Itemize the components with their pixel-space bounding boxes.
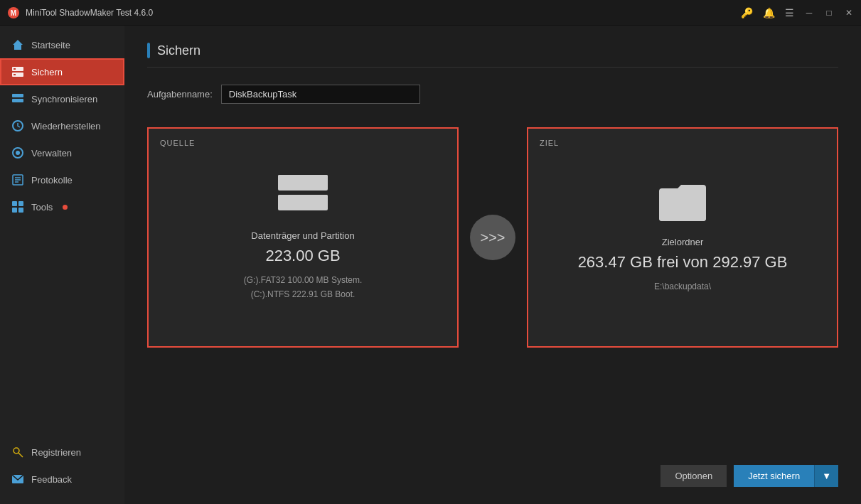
app-logo: M	[7, 6, 20, 19]
manage-icon	[11, 146, 24, 159]
folder-icon	[658, 181, 707, 225]
sidebar-item-wiederherstellen[interactable]: Wiederherstellen	[0, 112, 124, 139]
sidebar-item-verwalten[interactable]: Verwalten	[0, 139, 124, 166]
svg-rect-30	[282, 200, 310, 203]
options-button[interactable]: Optionen	[661, 465, 727, 487]
sync-icon	[11, 92, 24, 105]
svg-rect-31	[282, 205, 299, 207]
backup-icon	[11, 65, 24, 78]
source-main-text: Datenträger und Partition	[251, 230, 354, 241]
destination-card[interactable]: ZIEL Zielordner 263.47 GB frei von 292.9…	[527, 127, 838, 348]
svg-rect-19	[18, 208, 23, 213]
svg-rect-7	[12, 94, 23, 97]
main-content: Sichern Aufgabenname: QUELLE	[124, 26, 861, 504]
svg-rect-25	[282, 181, 310, 183]
svg-rect-26	[282, 185, 299, 187]
sidebar-label-verwalten: Verwalten	[31, 148, 72, 159]
menu-icon[interactable]: ☰	[785, 7, 794, 18]
source-card-label: QUELLE	[160, 139, 195, 147]
svg-point-11	[16, 151, 20, 155]
bell-icon[interactable]: 🔔	[763, 7, 775, 18]
task-name-label: Aufgabenname:	[147, 89, 213, 100]
svg-rect-29	[278, 195, 328, 199]
sidebar-item-sichern[interactable]: Sichern	[0, 58, 124, 85]
sidebar-label-sichern: Sichern	[31, 67, 63, 77]
source-size-text: 223.00 GB	[265, 247, 340, 265]
title-bar: M MiniTool ShadowMaker Test 4.6.0 🔑 🔔 ☰ …	[0, 0, 861, 26]
sidebar-item-feedback[interactable]: Feedback	[0, 466, 124, 493]
tools-icon	[11, 200, 24, 213]
destination-main-text: Zielordner	[662, 237, 704, 247]
source-detail-text: (G:).FAT32 100.00 MB System. (C:).NTFS 2…	[244, 274, 363, 301]
minimize-button[interactable]: ─	[804, 8, 814, 18]
source-card[interactable]: QUELLE	[147, 127, 459, 348]
svg-marker-2	[13, 40, 23, 50]
svg-rect-18	[12, 208, 17, 213]
backup-dropdown-button[interactable]: ▼	[814, 465, 838, 487]
key-icon	[11, 446, 24, 459]
svg-line-21	[18, 453, 23, 457]
arrow-symbol: >>>	[480, 230, 505, 246]
svg-rect-6	[14, 74, 16, 75]
sidebar-label-startseite: Startseite	[31, 40, 70, 50]
page-header: Sichern	[147, 43, 838, 68]
sidebar-label-synchronisieren: Synchronisieren	[31, 94, 97, 104]
svg-rect-4	[14, 68, 16, 70]
log-icon	[11, 173, 24, 186]
svg-rect-16	[12, 201, 17, 206]
restore-icon	[11, 119, 24, 132]
svg-rect-17	[18, 201, 23, 206]
svg-rect-32	[317, 200, 324, 208]
sidebar-item-tools[interactable]: Tools	[0, 193, 124, 220]
disk-icon	[274, 173, 331, 219]
svg-point-20	[14, 448, 19, 454]
maximize-button[interactable]: □	[824, 8, 834, 18]
tools-notification-dot	[63, 205, 68, 210]
task-name-input[interactable]	[221, 85, 420, 104]
app-body: Startseite Sichern Synchronisieren	[0, 26, 861, 504]
backup-button-group: Jetzt sichern ▼	[734, 465, 838, 487]
svg-rect-8	[12, 99, 23, 102]
sidebar-label-tools: Tools	[31, 202, 53, 213]
mail-icon	[11, 473, 24, 486]
destination-detail-text: E:\backupdata\	[654, 280, 711, 294]
action-buttons-row: Optionen Jetzt sichern ▼	[147, 456, 838, 487]
header-accent-bar	[147, 43, 150, 58]
sidebar-item-synchronisieren[interactable]: Synchronisieren	[0, 85, 124, 112]
svg-rect-27	[317, 181, 324, 188]
sidebar-label-registrieren: Registrieren	[31, 447, 81, 458]
svg-text:M: M	[11, 9, 16, 17]
key-titlebar-icon[interactable]: 🔑	[741, 7, 753, 18]
sidebar-item-registrieren[interactable]: Registrieren	[0, 439, 124, 466]
backup-button[interactable]: Jetzt sichern	[734, 465, 814, 487]
transfer-arrow-button[interactable]: >>>	[470, 215, 515, 260]
sidebar-label-protokolle: Protokolle	[31, 175, 73, 186]
sidebar: Startseite Sichern Synchronisieren	[0, 26, 124, 504]
sidebar-item-protokolle[interactable]: Protokolle	[0, 166, 124, 193]
close-button[interactable]: ✕	[844, 8, 854, 18]
cards-row: QUELLE	[147, 124, 838, 351]
home-icon	[11, 38, 24, 51]
sidebar-label-feedback: Feedback	[31, 474, 72, 485]
sidebar-footer: Registrieren Feedback	[0, 439, 124, 504]
page-title: Sichern	[157, 43, 200, 58]
window-controls: 🔑 🔔 ☰ ─ □ ✕	[741, 7, 854, 18]
destination-size-text: 263.47 GB frei von 292.97 GB	[578, 253, 788, 272]
sidebar-label-wiederherstellen: Wiederherstellen	[31, 121, 101, 132]
svg-rect-24	[278, 175, 328, 179]
destination-card-label: ZIEL	[540, 139, 559, 147]
app-title: MiniTool ShadowMaker Test 4.6.0	[26, 8, 741, 18]
task-name-row: Aufgabenname:	[147, 85, 838, 104]
sidebar-item-startseite[interactable]: Startseite	[0, 31, 124, 58]
